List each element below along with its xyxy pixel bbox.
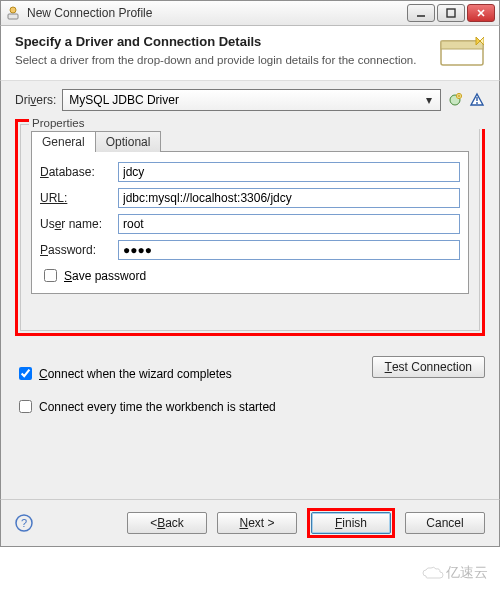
minimize-button[interactable] bbox=[407, 4, 435, 22]
maximize-button[interactable] bbox=[437, 4, 465, 22]
database-field[interactable] bbox=[118, 162, 460, 182]
wizard-subtitle: Select a driver from the drop-down and p… bbox=[15, 53, 433, 68]
wizard-body: Drivers: MySQL JDBC Driver ▾ Properties … bbox=[0, 81, 500, 499]
new-driver-icon[interactable] bbox=[447, 92, 463, 108]
save-password-checkbox[interactable] bbox=[44, 269, 57, 282]
properties-group: Properties General Optional Database: UR… bbox=[20, 124, 480, 331]
connect-complete-label: Connect when the wizard completes bbox=[39, 367, 232, 381]
wizard-header: Specify a Driver and Connection Details … bbox=[0, 26, 500, 81]
wizard-banner-icon bbox=[439, 34, 485, 70]
tab-general-panel: Database: URL: User name: Password: bbox=[31, 151, 469, 294]
properties-tabs: General Optional bbox=[31, 131, 469, 152]
wizard-footer: ? < Back Next > Finish Cancel bbox=[0, 499, 500, 547]
save-password-label: Save password bbox=[64, 269, 146, 283]
drivers-selected-value: MySQL JDBC Driver bbox=[69, 93, 179, 107]
drivers-label: Drivers: bbox=[15, 93, 56, 107]
annotation-finish-box: Finish bbox=[307, 508, 395, 538]
test-connection-button[interactable]: Test Connection bbox=[372, 356, 485, 378]
window-icon bbox=[5, 5, 21, 21]
close-button[interactable] bbox=[467, 4, 495, 22]
connect-startup-label: Connect every time the workbench is star… bbox=[39, 400, 276, 414]
username-field[interactable] bbox=[118, 214, 460, 234]
help-icon[interactable]: ? bbox=[15, 514, 33, 532]
tab-optional[interactable]: Optional bbox=[96, 131, 162, 152]
window-controls bbox=[407, 4, 495, 22]
finish-button[interactable]: Finish bbox=[311, 512, 391, 534]
connect-complete-checkbox[interactable] bbox=[19, 367, 32, 380]
svg-text:?: ? bbox=[21, 517, 27, 529]
chevron-down-icon: ▾ bbox=[422, 93, 436, 107]
svg-rect-3 bbox=[447, 9, 455, 17]
properties-legend: Properties bbox=[29, 117, 487, 129]
annotation-properties-box: Properties General Optional Database: UR… bbox=[15, 119, 485, 336]
next-button[interactable]: Next > bbox=[217, 512, 297, 534]
window-title: New Connection Profile bbox=[27, 6, 407, 20]
back-button[interactable]: < Back bbox=[127, 512, 207, 534]
username-label: User name: bbox=[40, 217, 118, 231]
connect-startup-checkbox[interactable] bbox=[19, 400, 32, 413]
title-bar: New Connection Profile bbox=[0, 0, 500, 26]
database-label: Database: bbox=[40, 165, 118, 179]
url-field[interactable] bbox=[118, 188, 460, 208]
wizard-title: Specify a Driver and Connection Details bbox=[15, 34, 433, 49]
url-label: URL: bbox=[40, 191, 118, 205]
svg-rect-1 bbox=[8, 14, 18, 19]
cancel-button[interactable]: Cancel bbox=[405, 512, 485, 534]
watermark: 亿速云 bbox=[422, 564, 488, 582]
svg-point-16 bbox=[476, 102, 478, 104]
tab-general[interactable]: General bbox=[31, 131, 96, 152]
driver-warning-icon[interactable] bbox=[469, 92, 485, 108]
password-label: Password: bbox=[40, 243, 118, 257]
password-field[interactable] bbox=[118, 240, 460, 260]
svg-point-0 bbox=[10, 7, 16, 13]
drivers-dropdown[interactable]: MySQL JDBC Driver ▾ bbox=[62, 89, 441, 111]
